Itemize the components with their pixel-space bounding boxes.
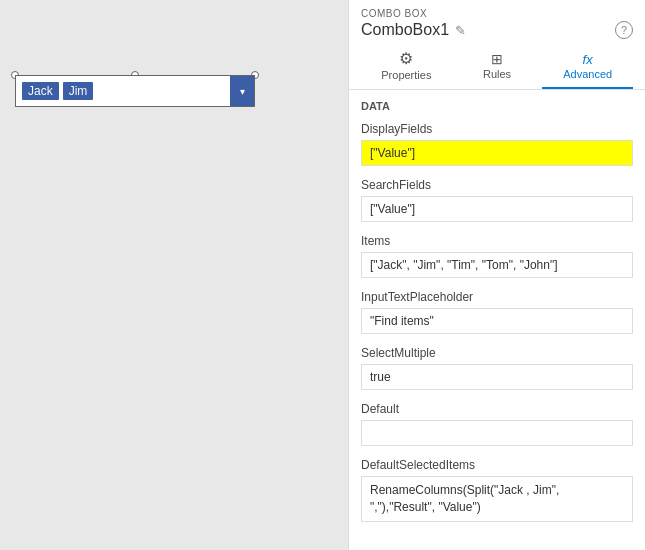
tab-rules-label: Rules (483, 68, 511, 80)
tabs: ⚙ Properties ⊞ Rules fx Advanced (361, 45, 633, 89)
tab-rules[interactable]: ⊞ Rules (452, 45, 543, 89)
tab-properties[interactable]: ⚙ Properties (361, 45, 452, 89)
panel-title: ComboBox1 (361, 21, 449, 39)
panel-content: DATA DisplayFields SearchFields Items In… (349, 90, 645, 550)
field-group-searchfields: SearchFields (361, 178, 633, 222)
canvas-area: Jack Jim ▾ (0, 0, 348, 550)
field-label-default: Default (361, 402, 633, 416)
edit-icon[interactable]: ✎ (455, 23, 466, 38)
combo-tags: Jack Jim (22, 82, 248, 100)
field-group-default: Default (361, 402, 633, 446)
field-label-selectmultiple: SelectMultiple (361, 346, 633, 360)
chevron-down-icon: ▾ (240, 86, 245, 97)
searchfields-input[interactable] (361, 196, 633, 222)
selectmultiple-input[interactable] (361, 364, 633, 390)
right-panel: COMBO BOX ComboBox1 ✎ ? ⚙ Properties ⊞ R… (348, 0, 645, 550)
help-symbol: ? (621, 24, 627, 36)
panel-header: COMBO BOX ComboBox1 ✎ ? ⚙ Properties ⊞ R… (349, 0, 645, 90)
combo-widget[interactable]: Jack Jim ▾ (15, 75, 255, 107)
properties-icon: ⚙ (399, 51, 413, 67)
field-group-inputtextplaceholder: InputTextPlaceholder (361, 290, 633, 334)
panel-title-row: ComboBox1 ✎ ? (361, 21, 633, 39)
field-label-defaultselecteditems: DefaultSelectedItems (361, 458, 633, 472)
combo-tag-jim: Jim (63, 82, 94, 100)
inputtextplaceholder-input[interactable] (361, 308, 633, 334)
field-label-searchfields: SearchFields (361, 178, 633, 192)
combo-widget-inner: Jack Jim ▾ (15, 75, 255, 107)
combo-tag-jack: Jack (22, 82, 59, 100)
help-icon[interactable]: ? (615, 21, 633, 39)
field-group-displayfields: DisplayFields (361, 122, 633, 166)
default-input[interactable] (361, 420, 633, 446)
panel-type-label: COMBO BOX (361, 8, 633, 19)
tab-properties-label: Properties (381, 69, 431, 81)
combo-dropdown-button[interactable]: ▾ (230, 76, 254, 106)
field-group-selectmultiple: SelectMultiple (361, 346, 633, 390)
defaultselecteditems-input[interactable]: RenameColumns(Split("Jack , Jim",","),"R… (361, 476, 633, 522)
field-group-defaultselecteditems: DefaultSelectedItems RenameColumns(Split… (361, 458, 633, 522)
items-input[interactable] (361, 252, 633, 278)
tab-advanced[interactable]: fx Advanced (542, 45, 633, 89)
field-label-displayfields: DisplayFields (361, 122, 633, 136)
field-label-items: Items (361, 234, 633, 248)
field-label-inputtextplaceholder: InputTextPlaceholder (361, 290, 633, 304)
advanced-icon: fx (583, 53, 593, 66)
rules-icon: ⊞ (491, 52, 503, 66)
field-group-items: Items (361, 234, 633, 278)
data-section-title: DATA (361, 100, 633, 112)
displayfields-input[interactable] (361, 140, 633, 166)
tab-advanced-label: Advanced (563, 68, 612, 80)
